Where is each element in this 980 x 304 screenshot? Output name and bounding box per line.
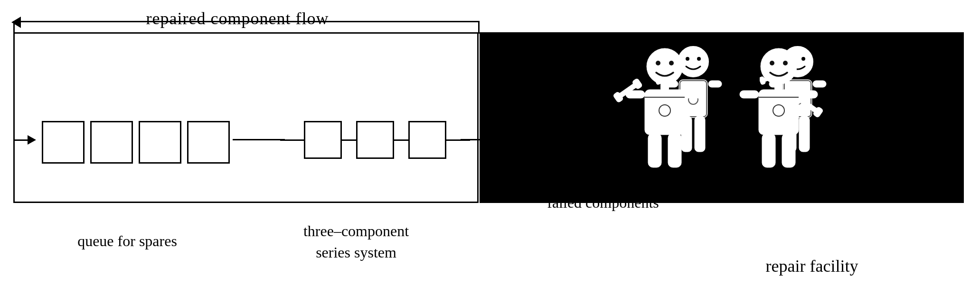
- svg-rect-53: [799, 91, 818, 98]
- input-arrow-container: [13, 135, 36, 145]
- svg-rect-35: [645, 90, 685, 135]
- series-line-left: [280, 139, 304, 141]
- svg-rect-49: [759, 90, 799, 135]
- svg-rect-54: [762, 133, 775, 167]
- top-left-vert: [13, 21, 15, 34]
- series-left-connector: [233, 139, 285, 140]
- svg-point-32: [656, 61, 660, 65]
- failed-queue-label: queue for failed components: [480, 171, 726, 213]
- top-flow-line: [13, 21, 480, 22]
- svg-rect-41: [668, 133, 681, 167]
- series-box-1: [304, 121, 342, 159]
- spare-box-4: [187, 121, 230, 164]
- svg-rect-55: [782, 133, 795, 167]
- flow-arrow-left-head: [11, 17, 21, 28]
- spares-boxes: [42, 121, 230, 164]
- spare-box-3: [139, 121, 181, 164]
- svg-rect-52: [740, 91, 759, 98]
- repaired-flow-label: repaired component flow: [0, 9, 475, 28]
- svg-rect-38: [626, 91, 645, 98]
- series-box-2: [356, 121, 394, 159]
- spares-label: queue for spares: [13, 232, 241, 250]
- svg-point-31: [647, 48, 683, 84]
- input-line: [13, 139, 28, 141]
- svg-point-47: [783, 61, 788, 65]
- series-between-2: [394, 139, 408, 141]
- series-right-connector: [461, 139, 482, 140]
- svg-rect-39: [685, 91, 704, 98]
- svg-rect-40: [648, 133, 661, 167]
- mechanic-figure-2: [726, 40, 831, 173]
- input-arrowhead: [28, 135, 36, 145]
- repair-facility-label: repair facility: [726, 256, 897, 276]
- mechanic-figure-1: [612, 40, 717, 173]
- spare-box-2: [90, 121, 133, 164]
- diagram: repaired component flow queue for spares: [0, 0, 980, 304]
- spare-box-1: [42, 121, 85, 164]
- svg-point-33: [669, 61, 674, 65]
- svg-point-46: [770, 61, 774, 65]
- svg-point-45: [761, 48, 797, 84]
- spares-outer-rect: [13, 32, 479, 203]
- series-between-1: [342, 139, 356, 141]
- top-right-vert: [478, 21, 480, 34]
- series-box-3: [408, 121, 446, 159]
- series-system: [280, 121, 470, 159]
- series-label: three–component series system: [266, 221, 446, 263]
